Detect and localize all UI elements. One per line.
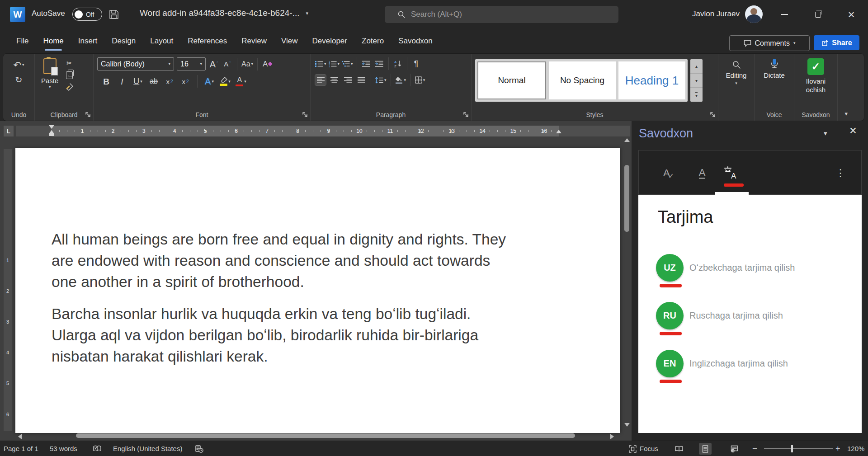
clear-formatting-button[interactable]: A (262, 59, 273, 70)
first-line-indent-marker[interactable] (49, 125, 54, 129)
autosave-toggle[interactable]: Off (72, 8, 102, 21)
styles-scroll-down[interactable]: ▾ (690, 74, 703, 88)
comments-button[interactable]: Comments ▾ (729, 35, 810, 51)
show-marks-button[interactable]: ¶ (411, 58, 422, 69)
tab-developer[interactable]: Developer (305, 29, 355, 53)
save-button[interactable] (107, 8, 121, 21)
styles-scroll-up[interactable]: ▴ (690, 59, 703, 74)
grammar-tab[interactable]: A (692, 163, 712, 183)
font-family-combo[interactable]: Calibri (Body) ▾ (97, 57, 174, 71)
decrease-indent-button[interactable] (361, 58, 372, 69)
scroll-left-button[interactable] (18, 434, 22, 439)
styles-gallery-expand[interactable]: ▾ (690, 88, 703, 102)
borders-button[interactable]: ▾ (415, 75, 425, 85)
tab-view[interactable]: View (274, 29, 305, 53)
style-heading-1[interactable]: Heading 1 (618, 61, 685, 99)
tab-home[interactable]: Home (36, 29, 71, 53)
font-size-combo[interactable]: 16 ▾ (177, 57, 206, 71)
paragraph-dialog-launcher[interactable] (463, 112, 469, 118)
page-indicator[interactable]: Page 1 of 1 (4, 441, 38, 456)
zoom-level[interactable]: 120% (847, 441, 864, 456)
format-painter-button[interactable] (64, 83, 75, 91)
horizontal-scrollbar-thumb[interactable] (76, 433, 575, 438)
align-right-button[interactable] (342, 75, 353, 85)
copy-button[interactable] (64, 71, 75, 79)
multilevel-list-button[interactable]: ▾ (342, 58, 353, 69)
font-color-button[interactable]: A ▾ (236, 76, 246, 87)
vertical-scrollbar-thumb[interactable] (624, 165, 629, 232)
language-indicator[interactable]: English (United States) (113, 441, 182, 456)
pane-menu-chevron-icon[interactable]: ▾ (824, 129, 827, 137)
print-layout-button[interactable] (699, 443, 712, 455)
cut-button[interactable]: ✂ (64, 59, 75, 67)
sort-button[interactable]: A Z (392, 58, 403, 69)
web-layout-button[interactable] (728, 443, 741, 455)
restore-button[interactable] (807, 0, 828, 29)
tab-stop-selector[interactable]: L (4, 126, 14, 136)
avatar[interactable] (745, 5, 763, 23)
recording-status[interactable] (195, 441, 203, 456)
shading-button[interactable]: ▾ (395, 75, 406, 85)
dictate-button[interactable]: Dictate (755, 58, 794, 79)
hanging-indent-marker[interactable] (49, 130, 54, 136)
scroll-up-button[interactable] (624, 138, 630, 142)
right-indent-marker[interactable] (556, 130, 561, 133)
numbering-button[interactable]: 1 2 3 ▾ (329, 58, 340, 69)
zoom-slider-track[interactable] (764, 448, 833, 449)
scroll-right-button[interactable] (610, 434, 614, 439)
undo-button[interactable]: ↶ ▾ (13, 59, 24, 70)
zoom-out-button[interactable]: − (752, 441, 757, 456)
collapse-ribbon-icon[interactable]: ▾ (844, 110, 848, 117)
italic-button[interactable]: I (117, 76, 127, 87)
tab-design[interactable]: Design (104, 29, 143, 53)
share-button[interactable]: Share (814, 35, 859, 50)
minimize-button[interactable] (774, 0, 795, 29)
tab-references[interactable]: References (180, 29, 234, 53)
superscript-button[interactable]: x2 (180, 76, 191, 87)
editing-button[interactable]: Editing ▾ (718, 60, 754, 85)
strikethrough-button[interactable]: ab (148, 76, 159, 87)
tab-file[interactable]: File (9, 29, 36, 53)
pane-kebab-menu[interactable]: ⋮ (830, 163, 850, 183)
grow-font-button[interactable]: A ˆ (208, 59, 219, 70)
align-left-button[interactable] (315, 75, 326, 85)
pane-close-icon[interactable]: × (849, 124, 857, 138)
highlight-button[interactable]: ▾ (220, 76, 231, 87)
paste-button[interactable]: Paste ▾ (41, 58, 58, 91)
underline-button[interactable]: U ▾ (132, 76, 143, 87)
font-dialog-launcher[interactable] (302, 112, 308, 118)
bold-button[interactable]: B (101, 76, 112, 87)
align-center-button[interactable] (329, 75, 340, 85)
word-logo-icon[interactable]: W (10, 7, 25, 22)
open-addin-button[interactable]: ✓ Ilovani ochish (794, 58, 837, 94)
zoom-slider-thumb[interactable] (791, 445, 793, 452)
read-mode-button[interactable] (673, 443, 685, 455)
subscript-button[interactable]: x2 (164, 76, 175, 87)
tab-savodxon[interactable]: Savodxon (391, 29, 440, 53)
style-normal[interactable]: Normal (477, 61, 546, 99)
translate-tab[interactable]: A (721, 163, 741, 183)
tab-review[interactable]: Review (234, 29, 274, 53)
document-title-menu[interactable]: Word add-in a944fa38-ec8e-4c1e-b624-... … (140, 8, 308, 18)
redo-button[interactable]: ↻ (14, 74, 24, 85)
scroll-down-button[interactable] (624, 423, 630, 427)
tab-insert[interactable]: Insert (71, 29, 105, 53)
translate-to-english-item[interactable]: EN Inglizchaga tarjima qilish (656, 350, 855, 385)
line-spacing-button[interactable]: ▾ (375, 75, 387, 85)
justify-button[interactable] (356, 75, 367, 85)
proofing-status[interactable] (93, 441, 101, 456)
translate-to-russian-item[interactable]: RU Ruschaga tarjima qilish (656, 302, 855, 337)
bullets-button[interactable]: ▾ (315, 58, 326, 69)
shrink-font-button[interactable]: A ˇ (222, 59, 233, 70)
tab-zotero[interactable]: Zotero (354, 29, 391, 53)
change-case-button[interactable]: Aa ▾ (241, 59, 253, 70)
styles-dialog-launcher[interactable] (710, 112, 716, 118)
document-page[interactable]: All human beings are born free and equal… (15, 148, 620, 433)
word-count[interactable]: 53 words (50, 441, 77, 456)
style-no-spacing[interactable]: No Spacing (549, 61, 616, 99)
text-effects-button[interactable]: A ▾ (204, 76, 215, 87)
focus-button[interactable]: Focus (629, 441, 658, 456)
tab-layout[interactable]: Layout (143, 29, 180, 53)
translate-to-uzbek-item[interactable]: UZ Oʻzbekchaga tarjima qilish (656, 254, 855, 289)
close-button[interactable]: × (841, 0, 862, 29)
